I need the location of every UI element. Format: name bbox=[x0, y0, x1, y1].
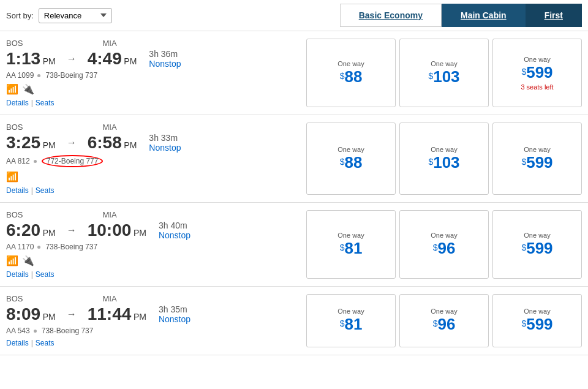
price-display: $599 bbox=[521, 239, 552, 258]
price-display: $88 bbox=[340, 67, 363, 86]
duration-nonstop: 3h 40mNonstop bbox=[159, 221, 190, 240]
flight-number: AA 812 bbox=[6, 157, 30, 165]
one-way-label: One way bbox=[524, 146, 550, 153]
details-link[interactable]: Details bbox=[6, 99, 29, 107]
seats-link[interactable]: Seats bbox=[36, 186, 55, 195]
price-cell-1[interactable]: One way$96 bbox=[399, 210, 489, 279]
aircraft-type: 772-Boeing 777 bbox=[42, 155, 104, 167]
aircraft-type: 738-Boeing 737 bbox=[45, 243, 97, 251]
duration-nonstop: 3h 35mNonstop bbox=[159, 304, 190, 324]
arrival-airport: MIA bbox=[102, 294, 116, 303]
departure-airport: BOS bbox=[6, 210, 23, 219]
departure-time: 1:13 PM bbox=[6, 49, 56, 69]
flight-number: AA 543 bbox=[6, 327, 30, 335]
price-cell-2[interactable]: One way$599 bbox=[492, 210, 582, 279]
seats-link[interactable]: Seats bbox=[36, 270, 55, 279]
price-cell-0[interactable]: One way$81 bbox=[306, 294, 396, 347]
departure-time: 6:20 PM bbox=[6, 221, 56, 240]
aircraft-type: 738-Boeing 737 bbox=[45, 71, 97, 80]
price-cell-1[interactable]: One way$96 bbox=[399, 294, 489, 347]
price-display: $103 bbox=[428, 67, 459, 86]
price-cell-0[interactable]: One way$88 bbox=[306, 39, 396, 107]
price-display: $599 bbox=[521, 153, 552, 172]
one-way-label: One way bbox=[337, 308, 364, 315]
top-bar: Sort by: Relevance Price Duration Depart… bbox=[0, 0, 588, 31]
price-display: $81 bbox=[340, 315, 363, 334]
flight-duration: 3h 33m bbox=[149, 133, 178, 143]
flight-number: AA 1099 bbox=[6, 71, 34, 80]
nonstop-label: Nonstop bbox=[159, 314, 190, 324]
one-way-label: One way bbox=[524, 232, 550, 239]
one-way-label: One way bbox=[337, 232, 364, 239]
action-divider: | bbox=[31, 270, 33, 279]
nonstop-label: Nonstop bbox=[149, 143, 181, 153]
flight-actions-row: Details|Seats bbox=[6, 99, 300, 107]
cabin-tabs: Basic Economy Main Cabin First bbox=[340, 4, 582, 27]
tab-first[interactable]: First bbox=[526, 4, 582, 27]
price-cells: One way$81One way$96One way$599 bbox=[306, 294, 582, 347]
departure-time: 8:09 PM bbox=[6, 304, 56, 324]
departure-airport: BOS bbox=[6, 123, 23, 132]
price-cell-2[interactable]: One way$599 bbox=[492, 123, 582, 195]
price-cell-1[interactable]: One way$103 bbox=[399, 123, 489, 195]
price-cell-1[interactable]: One way$103 bbox=[399, 39, 489, 107]
price-display: $88 bbox=[340, 153, 363, 172]
action-divider: | bbox=[31, 186, 33, 195]
flight-row: BOSMIA3:25 PM→6:58 PM3h 33mNonstopAA 812… bbox=[0, 115, 588, 203]
sort-label: Sort by: bbox=[6, 11, 34, 20]
power-icon: 🔌 bbox=[22, 83, 34, 95]
separator-dot bbox=[34, 160, 37, 163]
price-cell-0[interactable]: One way$88 bbox=[306, 123, 396, 195]
price-cell-2[interactable]: One way$5993 seats left bbox=[492, 39, 582, 107]
flight-details-row: AA 543738-Boeing 737 bbox=[6, 327, 300, 335]
details-link[interactable]: Details bbox=[6, 186, 29, 195]
price-display: $81 bbox=[340, 239, 363, 258]
flight-details-row: AA 812772-Boeing 777 bbox=[6, 155, 300, 167]
tab-main-cabin[interactable]: Main Cabin bbox=[442, 4, 526, 27]
flight-actions-row: Details|Seats bbox=[6, 339, 300, 347]
separator-dot bbox=[37, 74, 40, 77]
flight-times-row: 8:09 PM→11:44 PM3h 35mNonstop bbox=[6, 304, 300, 324]
flight-info: BOSMIA6:20 PM→10:00 PM3h 40mNonstopAA 11… bbox=[6, 210, 300, 279]
price-cells: One way$81One way$96One way$599 bbox=[306, 210, 582, 279]
details-link[interactable]: Details bbox=[6, 270, 29, 279]
sort-select[interactable]: Relevance Price Duration Departure Arriv… bbox=[39, 8, 112, 23]
action-divider: | bbox=[31, 339, 33, 347]
price-cell-0[interactable]: One way$81 bbox=[306, 210, 396, 279]
flight-times-row: 1:13 PM→4:49 PM3h 36mNonstop bbox=[6, 49, 300, 69]
amenities-row: 📶 bbox=[6, 171, 300, 183]
one-way-label: One way bbox=[431, 60, 457, 67]
departure-time: 3:25 PM bbox=[6, 133, 56, 153]
flight-row: BOSMIA6:20 PM→10:00 PM3h 40mNonstopAA 11… bbox=[0, 203, 588, 287]
amenities-row: 📶🔌 bbox=[6, 255, 300, 266]
seats-link[interactable]: Seats bbox=[36, 339, 55, 347]
wifi-icon: 📶 bbox=[6, 171, 18, 183]
details-link[interactable]: Details bbox=[6, 339, 29, 347]
one-way-label: One way bbox=[337, 146, 364, 153]
flight-arrow-icon: → bbox=[67, 53, 77, 64]
arrival-time: 11:44 PM bbox=[88, 304, 146, 324]
price-cells: One way$88One way$103One way$5993 seats … bbox=[306, 39, 582, 107]
flight-details-row: AA 1170738-Boeing 737 bbox=[6, 243, 300, 251]
flight-arrow-icon: → bbox=[67, 225, 77, 236]
one-way-label: One way bbox=[524, 308, 550, 315]
price-cell-2[interactable]: One way$599 bbox=[492, 294, 582, 347]
tab-basic-economy[interactable]: Basic Economy bbox=[340, 4, 442, 27]
one-way-label: One way bbox=[337, 60, 364, 67]
departure-airport: BOS bbox=[6, 39, 23, 48]
one-way-label: One way bbox=[431, 308, 457, 315]
action-divider: | bbox=[31, 99, 33, 107]
seats-link[interactable]: Seats bbox=[36, 99, 55, 107]
flight-info: BOSMIA3:25 PM→6:58 PM3h 33mNonstopAA 812… bbox=[6, 123, 300, 195]
price-display: $599 bbox=[521, 63, 552, 82]
price-display: $103 bbox=[428, 153, 459, 172]
one-way-label: One way bbox=[524, 56, 550, 63]
flight-arrow-icon: → bbox=[67, 137, 77, 148]
flight-details-row: AA 1099738-Boeing 737 bbox=[6, 71, 300, 80]
flight-row: BOSMIA8:09 PM→11:44 PM3h 35mNonstopAA 54… bbox=[0, 287, 588, 355]
price-display: $96 bbox=[433, 315, 456, 334]
price-display: $96 bbox=[433, 239, 456, 258]
arrival-time: 4:49 PM bbox=[88, 49, 137, 69]
departure-airport: BOS bbox=[6, 294, 23, 303]
one-way-label: One way bbox=[431, 146, 457, 153]
